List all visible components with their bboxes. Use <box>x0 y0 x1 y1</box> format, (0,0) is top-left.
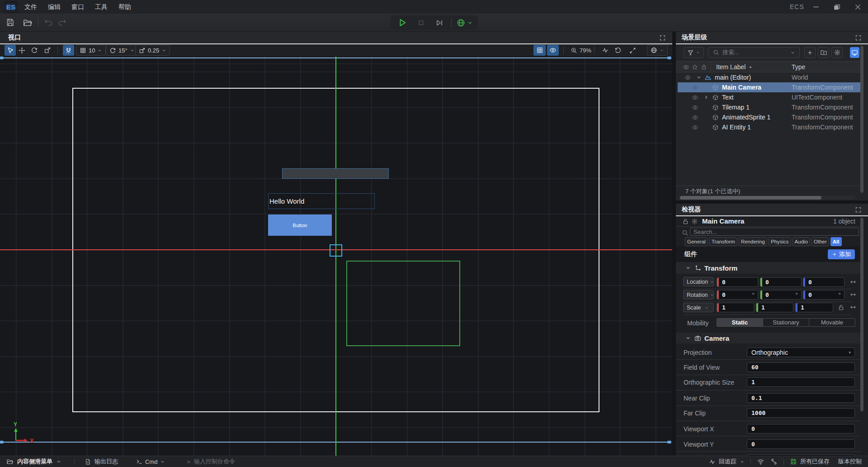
output-log-button[interactable]: 输出日志 <box>85 457 118 466</box>
scale-tool-button[interactable] <box>42 45 52 56</box>
hierarchy-vscrollbar[interactable] <box>860 46 863 193</box>
run-target-dropdown[interactable] <box>457 19 473 27</box>
show-gizmos-button[interactable] <box>547 45 559 56</box>
redo-button[interactable] <box>55 16 69 29</box>
scale-label-dropdown[interactable]: Scale <box>683 303 714 312</box>
hierarchy-row-world[interactable]: main (Editor) World <box>678 72 863 82</box>
text-entity[interactable]: Hello World <box>268 193 375 209</box>
location-z-field[interactable]: 0 <box>803 277 844 287</box>
favorite-column-icon[interactable] <box>691 62 698 72</box>
rotation-link-button[interactable] <box>849 290 857 300</box>
viewport-x-field[interactable]: 0 <box>747 424 855 434</box>
scale-z-field[interactable]: 1 <box>795 303 833 312</box>
mobility-stationary[interactable]: Stationary <box>763 319 809 326</box>
fov-field[interactable]: 60 <box>747 362 855 372</box>
git-branch-icon[interactable] <box>770 458 778 465</box>
view-mode-button[interactable] <box>850 47 859 58</box>
tab-other[interactable]: Other <box>811 237 829 246</box>
location-label-dropdown[interactable]: Location <box>683 277 714 286</box>
lock-column-icon[interactable] <box>700 62 708 72</box>
hierarchy-row-tilemap[interactable]: Tilemap 1 TransformComponent <box>678 102 863 112</box>
scale-lock-button[interactable] <box>837 302 844 312</box>
hierarchy-row-main-camera[interactable]: Main Camera TransformComponent <box>678 82 863 92</box>
tab-rendering[interactable]: Rendering <box>739 237 767 246</box>
tab-physics[interactable]: Physics <box>769 237 791 246</box>
select-tool-button[interactable] <box>5 45 16 56</box>
camera-section-header[interactable]: Camera <box>676 333 862 343</box>
hierarchy-hscrollbar[interactable] <box>679 196 855 200</box>
step-button[interactable] <box>433 16 446 29</box>
rotate-tool-button[interactable] <box>29 45 39 56</box>
menu-help[interactable]: 帮助 <box>113 0 137 14</box>
save-status[interactable]: 所有已保存 <box>790 457 830 466</box>
tilemap-bounds[interactable] <box>346 261 460 346</box>
guide-handle[interactable] <box>0 441 4 443</box>
menu-edit[interactable]: 编辑 <box>42 0 66 14</box>
scale-snap-dropdown[interactable]: 0.25 <box>135 45 170 56</box>
rotation-snap-dropdown[interactable]: 15° <box>106 45 138 56</box>
ortho-size-field[interactable]: 1 <box>747 377 855 387</box>
snap-toggle-button[interactable] <box>63 45 74 56</box>
version-control-button[interactable]: 版本控制 <box>838 457 862 466</box>
menu-tools[interactable]: 工具 <box>90 0 113 14</box>
hierarchy-row-text[interactable]: Text UITextComponent <box>678 92 863 102</box>
mobility-static[interactable]: Static <box>717 319 763 326</box>
tab-transform[interactable]: Transform <box>709 237 737 246</box>
visibility-toggle[interactable] <box>691 102 698 112</box>
world-dropdown[interactable] <box>647 45 668 56</box>
inspector-search-input[interactable]: Search... <box>690 228 859 236</box>
lock-inspector-button[interactable] <box>682 216 689 226</box>
camera-gizmo[interactable] <box>330 244 342 257</box>
column-type-label[interactable]: Type <box>792 63 805 71</box>
hierarchy-hscrollbar-thumb[interactable] <box>680 196 821 200</box>
hierarchy-row-animatedsprite[interactable]: AnimatedSprite 1 TransformComponent <box>678 112 863 122</box>
content-drawer-button[interactable]: 内容侧滑菜单 <box>6 457 61 466</box>
expand-toggle[interactable] <box>695 72 703 82</box>
open-button[interactable] <box>21 16 34 29</box>
trace-dropdown[interactable]: 回追踪 <box>709 457 745 466</box>
column-item-label[interactable]: Item Label <box>716 63 753 71</box>
expand-toggle[interactable] <box>703 92 710 102</box>
close-button[interactable] <box>850 0 865 14</box>
show-grid-button[interactable] <box>533 45 546 56</box>
visibility-toggle[interactable] <box>691 122 698 132</box>
projection-dropdown[interactable]: Orthographic ▾ <box>747 348 855 357</box>
rotation-x-field[interactable]: 0° <box>717 290 758 300</box>
visibility-toggle[interactable] <box>691 82 698 92</box>
scale-link-button[interactable] <box>849 302 857 312</box>
stats-button[interactable] <box>600 45 610 56</box>
grid-snap-dropdown[interactable]: 10 <box>76 45 106 56</box>
play-button[interactable] <box>396 16 409 29</box>
add-entity-button[interactable] <box>804 47 816 58</box>
tab-all[interactable]: All <box>830 237 842 246</box>
save-button[interactable] <box>3 16 17 29</box>
hierarchy-expand-button[interactable] <box>855 34 862 41</box>
console-command-input[interactable]: > 输入控制台命令 <box>187 457 235 466</box>
menu-window[interactable]: 窗口 <box>66 0 90 14</box>
guide-handle[interactable] <box>667 441 671 443</box>
reset-view-button[interactable] <box>613 45 623 56</box>
minimize-button[interactable] <box>808 0 824 14</box>
mobility-movable[interactable]: Movable <box>809 319 855 326</box>
wifi-icon[interactable] <box>757 458 764 466</box>
hierarchy-row-ai-entity[interactable]: AI Entity 1 TransformComponent <box>678 122 863 132</box>
fullscreen-button[interactable] <box>627 45 637 56</box>
add-folder-button[interactable] <box>818 47 829 58</box>
tab-general[interactable]: General <box>685 237 708 246</box>
guide-handle[interactable] <box>667 57 671 59</box>
viewport-y-field[interactable]: 0 <box>747 439 855 449</box>
visibility-toggle[interactable] <box>684 72 691 82</box>
scene-canvas[interactable]: Hello World Button Y X <box>0 57 672 456</box>
transform-section-header[interactable]: Transform <box>676 262 862 274</box>
viewport-expand-button[interactable] <box>659 34 666 41</box>
rotation-label-dropdown[interactable]: Rotation <box>683 290 714 300</box>
rotation-y-field[interactable]: 0° <box>760 290 802 300</box>
cmd-dropdown[interactable]: Cmd <box>136 458 165 465</box>
menu-file[interactable]: 文件 <box>19 0 42 14</box>
visibility-column-icon[interactable] <box>682 62 689 72</box>
location-link-button[interactable] <box>849 277 857 287</box>
undo-button[interactable] <box>42 16 55 29</box>
far-clip-field[interactable]: 1000 <box>747 408 855 418</box>
add-component-button[interactable]: 添加 <box>828 249 855 259</box>
tab-audio[interactable]: Audio <box>793 237 810 246</box>
